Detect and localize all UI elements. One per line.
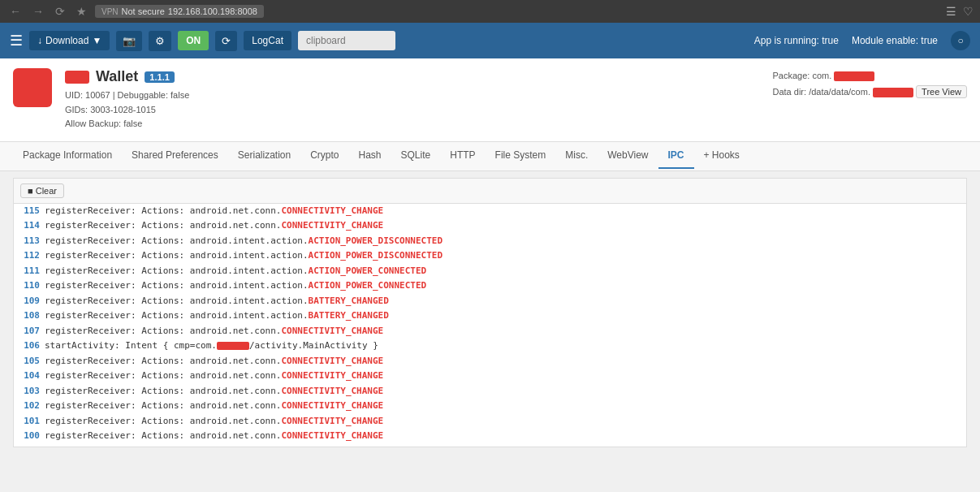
content-toolbar: ■ Clear bbox=[14, 179, 966, 204]
download-button[interactable]: ↓ Download ▼ bbox=[29, 31, 110, 50]
log-num: 110 bbox=[20, 279, 40, 293]
address-bar: VPN Not secure 192.168.100.198:8008 bbox=[95, 5, 264, 18]
log-num: 101 bbox=[20, 415, 40, 429]
download-chevron: ▼ bbox=[92, 35, 101, 46]
log-line: 104registerReceiver: Actions: android.ne… bbox=[14, 369, 966, 384]
log-line: 114registerReceiver: Actions: android.ne… bbox=[14, 218, 966, 234]
log-text: registerReceiver: Actions: android.net.c… bbox=[45, 325, 960, 339]
forward-btn[interactable]: → bbox=[29, 3, 47, 19]
log-line: 113registerReceiver: Actions: android.in… bbox=[14, 234, 966, 249]
ext-icon: ☰ bbox=[946, 5, 956, 18]
log-line: 110registerReceiver: Actions: android.in… bbox=[14, 278, 966, 294]
download-label: Download bbox=[45, 35, 89, 46]
app-running-label: App is running: true bbox=[754, 35, 839, 46]
log-text: registerReceiver: Actions: android.inten… bbox=[45, 279, 960, 293]
log-num: 107 bbox=[20, 325, 40, 339]
log-num: 106 bbox=[20, 339, 40, 353]
log-num: 104 bbox=[20, 369, 40, 383]
log-num: 102 bbox=[20, 399, 40, 413]
tabs-bar: Package Information Shared Preferences S… bbox=[0, 142, 980, 171]
address-text: 192.168.100.198:8008 bbox=[168, 6, 257, 16]
log-num: 103 bbox=[20, 385, 40, 399]
app-toolbar: ☰ ↓ Download ▼ 📷 ⚙ ON ⟳ LogCat App is ru… bbox=[0, 23, 980, 58]
tab-crypto[interactable]: Crypto bbox=[300, 143, 348, 169]
hamburger-icon[interactable]: ☰ bbox=[10, 32, 23, 50]
app-info-section: Wallet 1.1.1 UID: 10067 | Debuggable: fa… bbox=[0, 58, 980, 142]
log-text: registerReceiver: Actions: android.net.c… bbox=[45, 219, 960, 233]
log-text: registerReceiver: Actions: android.net.c… bbox=[45, 445, 960, 447]
log-text: registerReceiver: Actions: android.inten… bbox=[45, 249, 960, 263]
tab-sqlite[interactable]: SQLite bbox=[391, 143, 441, 169]
back-btn[interactable]: ← bbox=[6, 3, 24, 19]
bookmark-btn[interactable]: ★ bbox=[73, 3, 90, 19]
tab-ipc[interactable]: IPC bbox=[658, 143, 694, 169]
log-line: 103registerReceiver: Actions: android.ne… bbox=[14, 384, 966, 399]
log-text: registerReceiver: Actions: android.net.c… bbox=[45, 399, 960, 413]
on-button[interactable]: ON bbox=[178, 31, 209, 50]
log-text: registerReceiver: Actions: android.net.c… bbox=[45, 429, 960, 443]
log-num: 111 bbox=[20, 265, 40, 278]
log-text: startActivity: Intent { cmp=com. /activi… bbox=[45, 339, 960, 353]
tab-file-system[interactable]: File System bbox=[486, 143, 556, 169]
tree-view-button[interactable]: Tree View bbox=[916, 85, 967, 98]
tab-webview[interactable]: WebView bbox=[598, 143, 658, 169]
log-text: registerReceiver: Actions: android.net.c… bbox=[45, 385, 960, 399]
content-area: ■ Clear 115registerReceiver: Actions: an… bbox=[13, 178, 967, 447]
log-text: registerReceiver: Actions: android.inten… bbox=[45, 295, 960, 309]
log-line: 111registerReceiver: Actions: android.in… bbox=[14, 264, 966, 279]
log-text: registerReceiver: Actions: android.net.c… bbox=[45, 369, 960, 383]
app-meta: UID: 10067 | Debuggable: false GIDs: 300… bbox=[65, 88, 189, 132]
package-line: Package: com. bbox=[773, 68, 968, 84]
module-enable-label: Module enable: true bbox=[852, 35, 938, 46]
info-circle-button[interactable]: ○ bbox=[951, 31, 970, 50]
gids-line: GIDs: 3003-1028-1015 bbox=[65, 103, 189, 118]
content-wrapper: ■ Clear 115registerReceiver: Actions: an… bbox=[6, 178, 974, 447]
uid-line: UID: 10067 | Debuggable: false bbox=[65, 88, 189, 103]
log-line: 99registerReceiver: Actions: android.net… bbox=[14, 444, 966, 447]
logcat-button[interactable]: LogCat bbox=[244, 31, 291, 50]
lock-icon: VPN bbox=[101, 7, 119, 16]
log-num: 112 bbox=[20, 249, 40, 263]
log-num: 113 bbox=[20, 235, 40, 248]
log-line: 100registerReceiver: Actions: android.ne… bbox=[14, 429, 966, 444]
log-line: 101registerReceiver: Actions: android.ne… bbox=[14, 414, 966, 429]
download-icon: ↓ bbox=[37, 35, 42, 46]
tab-serialization[interactable]: Serialization bbox=[228, 143, 300, 169]
tab-hash[interactable]: Hash bbox=[349, 143, 391, 169]
log-line: 109registerReceiver: Actions: android.in… bbox=[14, 294, 966, 309]
tab-package-information[interactable]: Package Information bbox=[13, 143, 122, 169]
package-redacted bbox=[834, 71, 874, 81]
browser-icons: ☰ ♡ bbox=[946, 5, 974, 18]
log-line: 108registerReceiver: Actions: android.in… bbox=[14, 309, 966, 324]
toolbar-right: App is running: true Module enable: true… bbox=[754, 31, 970, 50]
clipboard-input[interactable] bbox=[298, 31, 395, 50]
settings-button[interactable]: ⚙ bbox=[149, 31, 171, 51]
clear-button[interactable]: ■ Clear bbox=[20, 183, 64, 198]
log-num: 99 bbox=[20, 445, 40, 447]
log-num: 105 bbox=[20, 355, 40, 369]
log-num: 114 bbox=[20, 219, 40, 233]
tab-hooks[interactable]: + Hooks bbox=[694, 143, 749, 169]
version-badge: 1.1.1 bbox=[145, 71, 174, 83]
datadir-redacted bbox=[873, 88, 913, 97]
log-text: registerReceiver: Actions: android.net.c… bbox=[45, 205, 960, 218]
refresh-button[interactable]: ⟳ bbox=[215, 31, 237, 51]
tab-shared-preferences[interactable]: Shared Preferences bbox=[122, 143, 228, 169]
app-meta-right: Package: com. Data dir: /data/data/com. … bbox=[773, 68, 968, 101]
app-icon bbox=[13, 68, 52, 107]
log-line: 112registerReceiver: Actions: android.in… bbox=[14, 248, 966, 264]
tab-http[interactable]: HTTP bbox=[440, 143, 485, 169]
log-num: 108 bbox=[20, 309, 40, 323]
tab-misc[interactable]: Misc. bbox=[555, 143, 598, 169]
log-line: 115registerReceiver: Actions: android.ne… bbox=[14, 204, 966, 219]
log-text: registerReceiver: Actions: android.inten… bbox=[45, 235, 960, 248]
camera-button[interactable]: 📷 bbox=[116, 31, 142, 51]
reload-btn[interactable]: ⟳ bbox=[52, 3, 68, 19]
log-text: registerReceiver: Actions: android.inten… bbox=[45, 265, 960, 278]
log-lines: 115registerReceiver: Actions: android.ne… bbox=[14, 204, 966, 447]
log-num: 100 bbox=[20, 429, 40, 443]
datadir-line: Data dir: /data/data/com. Tree View bbox=[773, 84, 968, 101]
log-line: 102registerReceiver: Actions: android.ne… bbox=[14, 399, 966, 414]
log-text: registerReceiver: Actions: android.net.c… bbox=[45, 355, 960, 369]
not-secure-label: Not secure bbox=[122, 6, 165, 16]
